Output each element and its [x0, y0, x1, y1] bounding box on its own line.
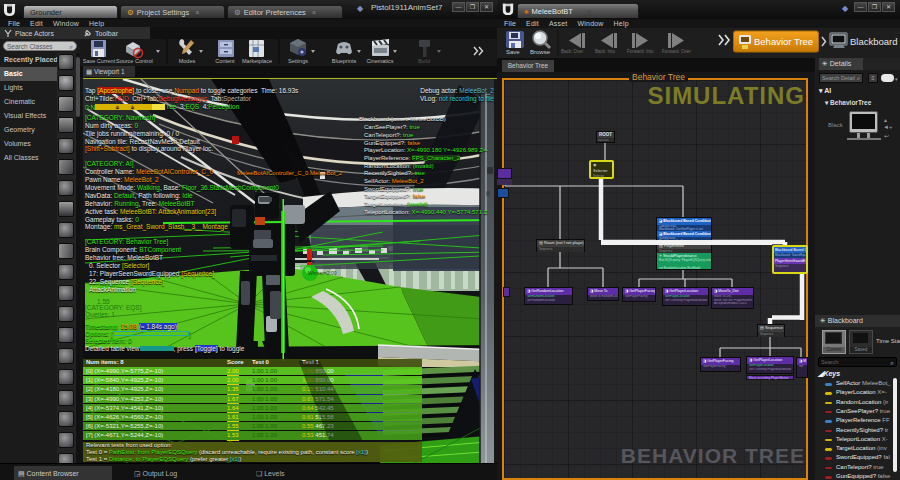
svg-text:Sc: Sc	[485, 191, 491, 197]
